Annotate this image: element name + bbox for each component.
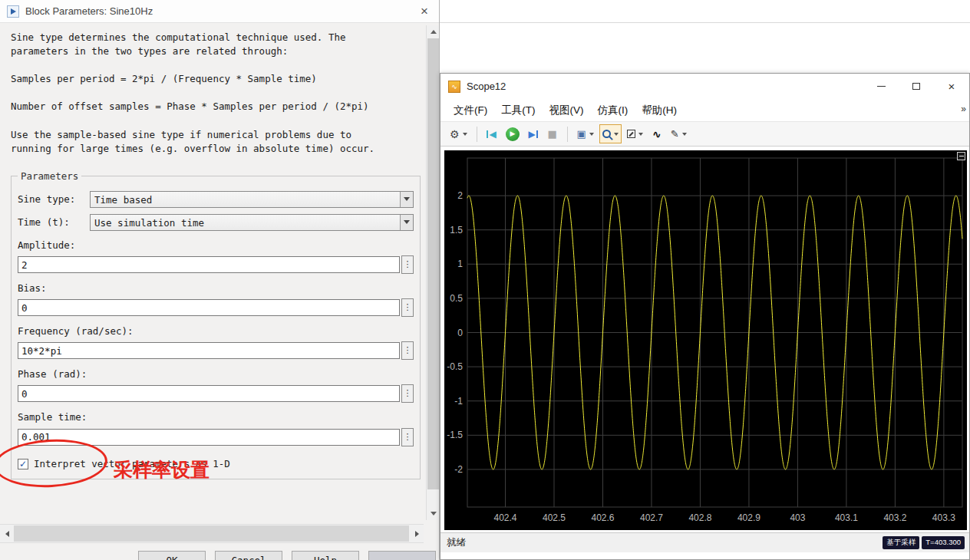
toolbar-separator (477, 127, 477, 142)
window-controls: × (863, 74, 969, 99)
chevron-down-icon[interactable] (400, 192, 413, 207)
bias-input[interactable] (18, 299, 400, 316)
svg-text:403: 403 (790, 512, 805, 523)
stop-icon: ■ (547, 129, 556, 139)
apply-button[interactable] (368, 551, 436, 560)
frequency-label: Frequency (rad/sec): (18, 324, 414, 338)
interpret-1d-row: ✓ Interpret vector parameters as 1-D (18, 457, 414, 471)
scope-window: ∿ Scope12 × 文件(F) 工具(T) 视图(V) 仿真(I) 帮助(H… (440, 73, 970, 560)
time-row: Time (t): Use simulation time (18, 214, 414, 231)
scope-titlebar[interactable]: ∿ Scope12 × (440, 74, 969, 99)
scroll-left-icon[interactable] (0, 525, 14, 543)
svg-text:0.5: 0.5 (450, 293, 463, 304)
status-text: 就绪 (440, 536, 466, 549)
settings-button[interactable]: ⚙ (447, 124, 470, 143)
insert-variable-icon[interactable]: ⋮ (401, 428, 414, 446)
ok-button[interactable]: OK (138, 551, 206, 560)
svg-text:403.1: 403.1 (835, 512, 858, 523)
help-button[interactable]: Help (292, 551, 359, 560)
parameters-group-label: Parameters (18, 170, 81, 183)
menu-file[interactable]: 文件(F) (447, 100, 494, 120)
scope-plot-area[interactable]: 402.4402.5402.6402.7402.8402.9403403.140… (444, 150, 967, 530)
background-window-edge (440, 22, 970, 23)
insert-variable-icon[interactable]: ⋮ (401, 255, 414, 274)
svg-text:-2: -2 (454, 464, 463, 475)
frequency-input[interactable] (18, 342, 400, 359)
scroll-right-icon[interactable] (410, 525, 424, 543)
maximize-icon[interactable] (899, 74, 934, 99)
cancel-button[interactable]: Cancel (215, 551, 282, 560)
axes-menu-icon[interactable] (957, 152, 965, 160)
checkbox-interpret-1d[interactable]: ✓ (18, 459, 28, 469)
simulink-block-icon (7, 5, 19, 18)
close-icon[interactable]: × (934, 74, 969, 99)
menu-tools[interactable]: 工具(T) (494, 100, 542, 120)
fit-view-button[interactable] (624, 124, 646, 143)
svg-text:1: 1 (457, 259, 463, 269)
sine-type-value: Time based (91, 192, 400, 207)
step-back-button[interactable]: ◀ (483, 124, 500, 143)
menu-view[interactable]: 视图(V) (543, 100, 591, 120)
scroll-up-icon[interactable] (427, 25, 440, 38)
sample-time-row: ⋮ (18, 428, 414, 446)
insert-variable-icon[interactable]: ⋮ (401, 341, 414, 360)
toolbar-separator (567, 127, 568, 142)
zoom-icon (602, 130, 611, 138)
sine-type-row: Sine type: Time based (18, 191, 414, 208)
svg-text:402.9: 402.9 (737, 512, 760, 523)
checkbox-label: Interpret vector parameters as 1-D (34, 457, 230, 471)
step-forward-button[interactable]: ▶ (525, 124, 542, 143)
layout-button[interactable]: ▣ (574, 124, 597, 143)
amplitude-input[interactable] (18, 256, 400, 273)
block-parameters-dialog: Block Parameters: Sine10Hz × Sine type d… (0, 0, 440, 560)
sample-mode-badge: 基于采样 (883, 536, 919, 549)
scrollbar-thumb[interactable] (14, 525, 409, 542)
gear-icon: ⚙ (450, 129, 460, 140)
step-back-icon (487, 130, 488, 138)
scope-toolbar: ⚙ ◀ ▶ ▶ ■ ▣ (440, 121, 969, 147)
sample-time-input[interactable] (18, 429, 400, 446)
amplitude-label: Amplitude: (18, 239, 414, 252)
scope-menubar: 文件(F) 工具(T) 视图(V) 仿真(I) 帮助(H) » (440, 99, 969, 121)
measurements-button[interactable]: ✎ (668, 124, 690, 143)
insert-variable-icon[interactable]: ⋮ (401, 384, 414, 403)
time-dropdown[interactable]: Use simulation time (90, 214, 414, 231)
sim-time-badge: T=403.300 (922, 536, 965, 549)
menu-simulation[interactable]: 仿真(I) (591, 100, 635, 120)
run-button[interactable]: ▶ (503, 124, 523, 143)
svg-text:402.5: 402.5 (543, 512, 566, 523)
description-formula-1: Samples per period = 2*pi / (Frequency *… (11, 72, 421, 86)
time-label: Time (t): (18, 216, 90, 229)
sine-type-dropdown[interactable]: Time based (90, 191, 414, 208)
phase-input[interactable] (18, 385, 400, 402)
scroll-down-icon[interactable] (427, 507, 440, 520)
sample-time-label: Sample time: (18, 410, 414, 424)
check-icon: ✓ (19, 460, 27, 469)
chevron-down-icon (463, 133, 467, 136)
menu-help[interactable]: 帮助(H) (635, 100, 684, 120)
menu-overflow-icon[interactable]: » (961, 104, 966, 114)
frequency-row: ⋮ (18, 341, 414, 360)
phase-row: ⋮ (18, 384, 414, 403)
minimize-icon[interactable] (863, 74, 899, 99)
horizontal-scrollbar[interactable] (0, 524, 424, 543)
desktop: Block Parameters: Sine10Hz × Sine type d… (0, 0, 970, 560)
insert-variable-icon[interactable]: ⋮ (401, 298, 414, 317)
description-note: Use the sample-based sine type if numeri… (11, 128, 421, 156)
dialog-body: Sine type determines the computational t… (0, 23, 425, 479)
bias-row: ⋮ (18, 298, 414, 317)
chevron-down-icon[interactable] (400, 215, 413, 230)
description-formula-2: Number of offset samples = Phase * Sampl… (11, 100, 421, 114)
stop-button[interactable]: ■ (544, 124, 561, 143)
dialog-titlebar[interactable]: Block Parameters: Sine10Hz × (0, 0, 439, 23)
chevron-down-icon (589, 133, 594, 136)
vertical-scrollbar[interactable] (426, 25, 439, 520)
scrollbar-thumb[interactable] (427, 38, 439, 489)
close-icon[interactable]: × (421, 4, 428, 19)
zoom-button[interactable] (599, 124, 622, 143)
svg-text:402.4: 402.4 (494, 512, 517, 523)
status-badges: 基于采样 T=403.300 (883, 536, 965, 549)
trigger-button[interactable]: ∿ (648, 124, 665, 143)
svg-text:402.8: 402.8 (688, 512, 711, 523)
svg-text:-0.5: -0.5 (447, 361, 463, 372)
